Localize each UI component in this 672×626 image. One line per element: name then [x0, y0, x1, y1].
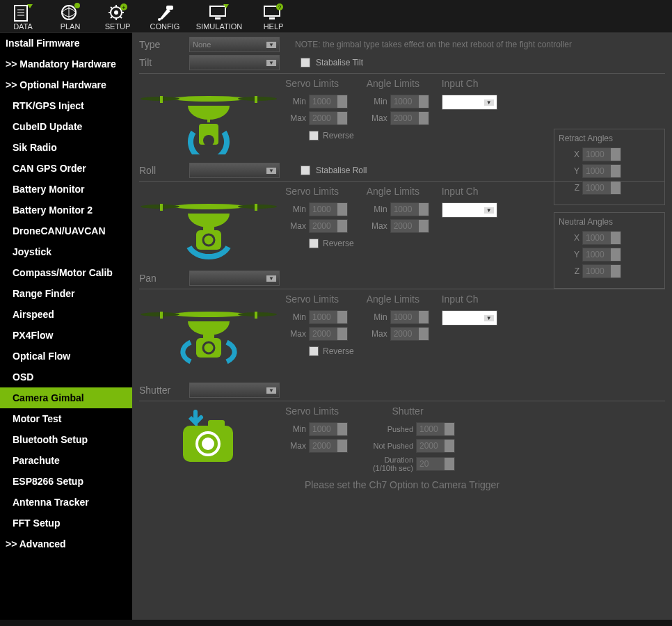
tilt-servo-min[interactable]: 1000 [309, 95, 348, 109]
toolbar-help-label: HELP [264, 22, 284, 31]
sidebar-item-3[interactable]: RTK/GPS Inject [0, 95, 132, 116]
svg-point-37 [74, 3, 80, 8]
shutter-notpushed[interactable]: 2000 [416, 439, 455, 453]
tilt-label: Tilt [139, 57, 184, 68]
roll-label: Roll [139, 165, 184, 176]
sidebar-item-18[interactable]: Motor Test [0, 408, 132, 429]
tilt-angle-min[interactable]: 1000 [390, 95, 429, 109]
neutral-y[interactable]: 1000 [582, 248, 621, 262]
svg-point-43 [158, 18, 161, 21]
ch7-hint: Please set the Ch7 Option to Camera Trig… [139, 479, 665, 490]
roll-drone-icon [139, 186, 278, 269]
sidebar-item-21[interactable]: ESP8266 Setup [0, 471, 132, 492]
svg-rect-45 [215, 17, 221, 19]
pan-angle-min[interactable]: 1000 [390, 310, 429, 324]
shutter-pushed[interactable]: 1000 [416, 422, 455, 436]
sidebar-item-24[interactable]: >> Advanced [0, 533, 132, 554]
sidebar-item-19[interactable]: Bluetooth Setup [0, 429, 132, 450]
sidebar-item-10[interactable]: Joystick [0, 241, 132, 262]
svg-marker-34 [27, 4, 33, 8]
pan-select[interactable]: ▼ [189, 271, 280, 286]
roll-servo-min[interactable]: 1000 [309, 202, 348, 216]
roll-stabilise-checkbox[interactable] [301, 166, 310, 175]
sidebar-item-4[interactable]: CubeID Update [0, 116, 132, 137]
toolbar-data-label: DATA [13, 22, 33, 31]
tilt-stabilise-label: Stabalise Tilt [316, 58, 363, 67]
shutter-servo-max[interactable]: 2000 [309, 439, 348, 453]
sidebar-item-1[interactable]: >> Mandatory Hardware [0, 54, 132, 74]
roll-angle-min[interactable]: 1000 [390, 202, 429, 216]
neutral-x[interactable]: 1000 [582, 231, 621, 245]
tilt-stabilise-checkbox[interactable] [301, 58, 310, 67]
tilt-drone-icon [139, 78, 278, 161]
sidebar-item-15[interactable]: Optical Flow [0, 346, 132, 367]
shutter-camera-icon [139, 406, 278, 468]
svg-text:?: ? [278, 4, 282, 10]
svg-rect-44 [210, 6, 225, 16]
sidebar-item-9[interactable]: DroneCAN/UAVCAN [0, 220, 132, 241]
toolbar-setup[interactable]: + SETUP [99, 3, 136, 31]
toolbar-help[interactable]: ? HELP [255, 3, 292, 31]
shutter-label: Shutter [139, 385, 184, 396]
toolbar-config-label: CONFIG [150, 22, 180, 31]
pan-servo-min[interactable]: 1000 [309, 310, 348, 324]
pan-reverse-checkbox[interactable] [309, 346, 319, 356]
toolbar-data[interactable]: DATA [4, 3, 42, 31]
pan-input-select[interactable]: ▼ [442, 310, 497, 326]
tilt-reverse-checkbox[interactable] [309, 131, 319, 141]
sidebar-item-5[interactable]: Sik Radio [0, 137, 132, 158]
svg-point-39 [114, 10, 118, 15]
toolbar-plan[interactable]: PLAN [51, 3, 89, 31]
roll-angle-max[interactable]: 2000 [390, 219, 429, 233]
shutter-select[interactable]: ▼ [189, 383, 280, 398]
sidebar-item-8[interactable]: Battery Monitor 2 [0, 200, 132, 220]
sidebar-item-14[interactable]: PX4Flow [0, 325, 132, 346]
sidebar-item-12[interactable]: Range Finder [0, 283, 132, 304]
roll-stabilise-label: Stabalise Roll [316, 166, 367, 175]
sidebar-item-22[interactable]: Antenna Tracker [0, 492, 132, 513]
toolbar-simulation-label: SIMULATION [196, 22, 242, 31]
tilt-angle-max[interactable]: 2000 [390, 111, 429, 125]
sidebar-item-17[interactable]: Camera Gimbal [0, 387, 132, 408]
shutter-servo-min[interactable]: 1000 [309, 422, 348, 436]
roll-select[interactable]: ▼ [189, 163, 280, 178]
pan-servo-max[interactable]: 2000 [309, 327, 348, 341]
svg-text:+: + [122, 4, 125, 11]
retract-angles-box: Retract Angles X1000 Y1000 Z1000 [554, 129, 665, 205]
sidebar: Install Firmware>> Mandatory Hardware>> … [0, 33, 132, 620]
sidebar-item-16[interactable]: OSD [0, 367, 132, 387]
retract-x[interactable]: 1000 [582, 147, 621, 161]
retract-z[interactable]: 1000 [582, 181, 621, 195]
pan-angle-max[interactable]: 2000 [390, 327, 429, 341]
sidebar-item-13[interactable]: Airspeed [0, 304, 132, 325]
roll-servo-max[interactable]: 2000 [309, 219, 348, 233]
neutral-angles-box: Neutral Angles X1000 Y1000 Z1000 [554, 212, 665, 289]
sidebar-item-6[interactable]: CAN GPS Order [0, 158, 132, 179]
main-toolbar: DATA PLAN + SETUP CONFIG SIMULATION ? HE… [0, 0, 672, 33]
pan-drone-icon [139, 294, 278, 377]
retract-y[interactable]: 1000 [582, 164, 621, 178]
type-note: NOTE: the gimbal type takes effect on th… [295, 40, 572, 49]
tilt-input-select[interactable]: ▼ [442, 95, 497, 110]
sidebar-item-7[interactable]: Battery Monitor [0, 179, 132, 200]
neutral-z[interactable]: 1000 [582, 264, 621, 278]
shutter-duration[interactable]: 20 [416, 457, 455, 471]
roll-reverse-checkbox[interactable] [309, 239, 319, 248]
toolbar-config[interactable]: CONFIG [146, 3, 184, 31]
tilt-select[interactable]: ▼ [189, 55, 280, 70]
sidebar-item-23[interactable]: FFT Setup [0, 513, 132, 533]
svg-rect-48 [269, 17, 275, 19]
type-select[interactable]: None▼ [189, 37, 280, 52]
sidebar-item-11[interactable]: Compass/Motor Calib [0, 262, 132, 283]
tilt-angle-hdr: Angle Limits [367, 78, 429, 89]
sidebar-item-2[interactable]: >> Optional Hardware [0, 74, 132, 95]
roll-input-select[interactable]: ▼ [442, 202, 497, 218]
sidebar-item-20[interactable]: Parachute [0, 450, 132, 471]
tilt-input-hdr: Input Ch [442, 78, 497, 89]
tilt-servo-max[interactable]: 2000 [309, 111, 348, 125]
sidebar-item-0[interactable]: Install Firmware [0, 33, 132, 54]
type-label: Type [139, 39, 184, 50]
toolbar-setup-label: SETUP [105, 22, 131, 31]
toolbar-simulation[interactable]: SIMULATION [193, 3, 245, 31]
main-panel: Type None▼ NOTE: the gimbal type takes e… [132, 33, 672, 620]
